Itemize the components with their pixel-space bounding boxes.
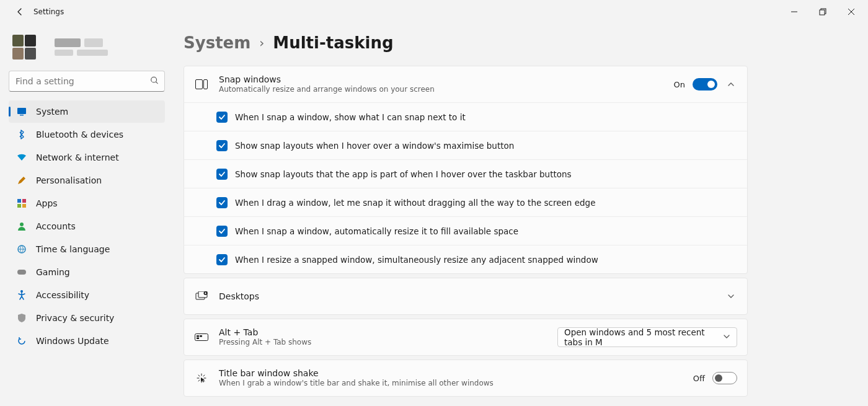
svg-point-2 xyxy=(151,77,157,82)
option-label: When I drag a window, let me snap it wit… xyxy=(235,198,595,208)
globe-icon xyxy=(16,245,27,254)
sidebar-item-network[interactable]: Network & internet xyxy=(9,146,165,169)
option-label: When I resize a snapped window, simultan… xyxy=(235,255,598,265)
svg-rect-5 xyxy=(17,199,21,203)
breadcrumb-parent[interactable]: System xyxy=(184,33,250,52)
account-header[interactable] xyxy=(9,31,165,71)
chevron-down-icon[interactable] xyxy=(725,288,737,305)
sidebar-item-label: Gaming xyxy=(36,267,70,277)
person-icon xyxy=(16,222,27,231)
snap-windows-header[interactable]: Snap windows Automatically resize and ar… xyxy=(184,66,747,102)
desktops-card[interactable]: Desktops xyxy=(184,278,748,315)
svg-rect-7 xyxy=(17,204,21,208)
svg-rect-21 xyxy=(197,338,199,340)
svg-point-9 xyxy=(20,223,24,226)
alttab-subtitle: Pressing Alt + Tab shows xyxy=(219,338,547,346)
svg-rect-6 xyxy=(22,199,26,203)
svg-rect-18 xyxy=(195,334,208,341)
alttab-select[interactable]: Open windows and 5 most recent tabs in M xyxy=(557,327,737,347)
sidebar-item-accounts[interactable]: Accounts xyxy=(9,215,165,237)
apps-icon xyxy=(16,199,27,208)
sidebar-item-personalisation[interactable]: Personalisation xyxy=(9,169,165,192)
toggle-state-label: Off xyxy=(693,374,705,383)
sidebar: System Bluetooth & devices Network & int… xyxy=(0,24,174,406)
snap-option: Show snap layouts that the app is part o… xyxy=(184,159,747,188)
back-button[interactable] xyxy=(10,2,30,22)
sidebar-item-update[interactable]: Windows Update xyxy=(9,330,165,352)
svg-rect-20 xyxy=(200,335,202,337)
snap-option: When I snap a window, show what I can sn… xyxy=(184,102,747,131)
snap-icon xyxy=(194,79,209,89)
maximize-button[interactable] xyxy=(808,2,837,22)
sidebar-item-privacy[interactable]: Privacy & security xyxy=(9,307,165,329)
checkbox[interactable] xyxy=(216,140,228,151)
snap-option: Show snap layouts when I hover over a wi… xyxy=(184,131,747,159)
shake-toggle[interactable] xyxy=(712,372,737,384)
chevron-right-icon: › xyxy=(259,35,264,50)
checkbox[interactable] xyxy=(216,226,228,237)
sidebar-item-label: Apps xyxy=(36,198,58,208)
checkbox[interactable] xyxy=(216,254,228,265)
avatar xyxy=(12,35,47,60)
option-label: When I snap a window, automatically resi… xyxy=(235,226,518,236)
sidebar-item-label: System xyxy=(36,107,68,117)
chevron-up-icon[interactable] xyxy=(725,76,737,93)
sidebar-item-apps[interactable]: Apps xyxy=(9,192,165,214)
update-icon xyxy=(16,337,27,345)
svg-rect-11 xyxy=(17,270,26,275)
toggle-state-label: On xyxy=(674,80,685,89)
checkbox[interactable] xyxy=(216,169,228,180)
snap-toggle[interactable] xyxy=(693,78,717,90)
breadcrumb: System › Multi-tasking xyxy=(184,33,853,52)
gamepad-icon xyxy=(16,268,27,276)
sidebar-item-label: Privacy & security xyxy=(36,313,114,323)
sidebar-item-label: Network & internet xyxy=(36,152,119,162)
shake-subtitle: When I grab a window's title bar and sha… xyxy=(219,379,683,387)
alttab-card: Alt + Tab Pressing Alt + Tab shows Open … xyxy=(184,319,748,356)
svg-rect-3 xyxy=(17,108,26,114)
chevron-down-icon xyxy=(723,332,730,342)
sidebar-item-gaming[interactable]: Gaming xyxy=(9,261,165,283)
sidebar-item-label: Accounts xyxy=(36,221,76,231)
sidebar-item-time[interactable]: Time & language xyxy=(9,238,165,260)
cursor-icon xyxy=(194,373,209,384)
minimize-button[interactable] xyxy=(780,2,808,22)
bluetooth-icon xyxy=(16,130,27,139)
title-bar: Settings xyxy=(0,0,868,24)
shake-card: Title bar window shake When I grab a win… xyxy=(184,360,748,397)
option-label: When I snap a window, show what I can sn… xyxy=(235,112,466,122)
sidebar-item-label: Accessibility xyxy=(36,290,89,300)
alttab-title: Alt + Tab xyxy=(219,327,547,337)
sidebar-item-accessibility[interactable]: Accessibility xyxy=(9,284,165,306)
search-input[interactable] xyxy=(9,71,165,92)
snap-subtitle: Automatically resize and arrange windows… xyxy=(219,85,664,94)
close-button[interactable] xyxy=(837,2,866,22)
svg-rect-1 xyxy=(820,10,825,15)
svg-rect-14 xyxy=(204,80,208,89)
desktops-title: Desktops xyxy=(219,291,715,301)
checkbox[interactable] xyxy=(216,197,228,208)
main-content: System › Multi-tasking Snap windows Auto… xyxy=(174,24,868,406)
sidebar-item-bluetooth[interactable]: Bluetooth & devices xyxy=(9,123,165,146)
checkbox[interactable] xyxy=(216,112,228,123)
sidebar-item-label: Time & language xyxy=(36,244,110,254)
shake-title: Title bar window shake xyxy=(219,368,683,378)
svg-rect-8 xyxy=(22,204,26,208)
search-icon xyxy=(150,76,159,87)
snap-option: When I drag a window, let me snap it wit… xyxy=(184,188,747,216)
snap-option: When I resize a snapped window, simultan… xyxy=(184,245,747,273)
option-label: Show snap layouts when I hover over a wi… xyxy=(235,141,514,151)
display-icon xyxy=(16,107,27,116)
svg-rect-13 xyxy=(196,80,203,89)
snap-option: When I snap a window, automatically resi… xyxy=(184,216,747,245)
sidebar-item-system[interactable]: System xyxy=(9,100,165,123)
page-title: Multi-tasking xyxy=(273,33,393,52)
app-title: Settings xyxy=(33,7,64,16)
desktops-icon xyxy=(194,291,209,301)
snap-title: Snap windows xyxy=(219,74,664,84)
paint-icon xyxy=(16,175,27,185)
shield-icon xyxy=(16,314,27,322)
wifi-icon xyxy=(16,154,27,161)
sidebar-item-label: Windows Update xyxy=(36,336,109,346)
svg-rect-4 xyxy=(20,115,24,115)
